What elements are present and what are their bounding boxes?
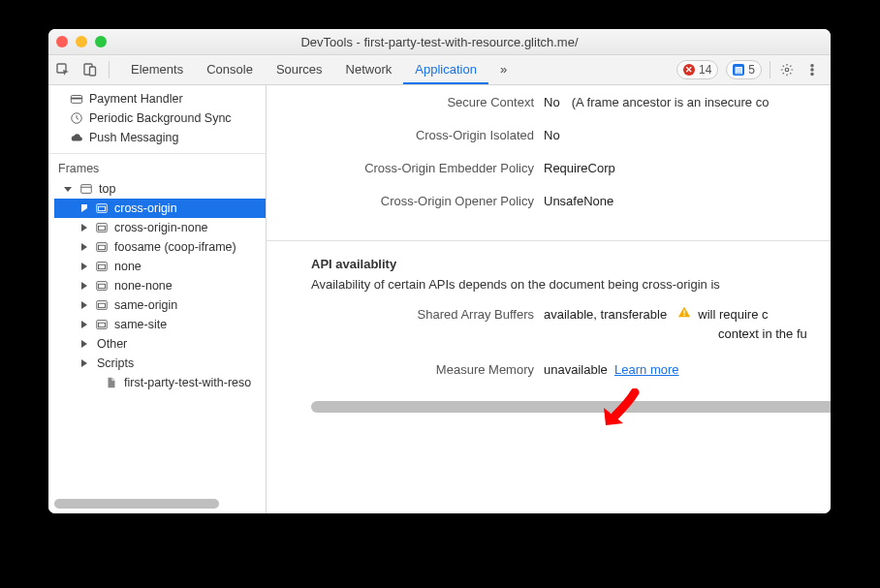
iframe-icon	[95, 318, 109, 331]
sidebar-item-periodic-sync[interactable]: Periodic Background Sync	[48, 108, 266, 128]
window-icon	[79, 182, 93, 196]
frame-details-panel: Secure Context No (A frame ancestor is a…	[267, 85, 831, 513]
label-coop: Cross-Origin Opener Policy	[282, 194, 544, 208]
value-sab: available, transferable	[544, 307, 667, 322]
tree-toggle-icon[interactable]	[81, 282, 87, 290]
frame-cross-origin[interactable]: cross-origin	[54, 199, 266, 218]
content-horizontal-scrollbar[interactable]	[311, 401, 819, 415]
iframe-icon	[95, 260, 109, 273]
message-count-chip[interactable]: ▤ 5	[726, 60, 762, 79]
document-icon	[105, 376, 118, 389]
toolbar: Elements Console Sources Network Applica…	[48, 55, 831, 85]
row-cross-origin-isolated: Cross-Origin Isolated No	[282, 128, 815, 161]
sidebar-item-push-messaging[interactable]: Push Messaging	[48, 128, 266, 147]
sidebar-item-label: Periodic Background Sync	[89, 111, 232, 125]
value-secure-context-note: (A frame ancestor is an insecure co	[572, 95, 770, 109]
label-coi: Cross-Origin Isolated	[282, 128, 544, 142]
frame-scripts[interactable]: Scripts	[54, 354, 266, 373]
frame-cross-origin-none[interactable]: cross-origin-none	[54, 218, 266, 237]
svg-rect-13	[99, 206, 106, 210]
tab-application[interactable]: Application	[403, 55, 488, 84]
learn-more-link[interactable]: Learn more	[614, 362, 678, 377]
tree-toggle-icon[interactable]	[81, 321, 87, 328]
frame-top[interactable]: top	[54, 179, 266, 199]
svg-rect-15	[99, 226, 106, 230]
tab-elements[interactable]: Elements	[119, 55, 195, 84]
device-toggle-icon[interactable]	[81, 61, 99, 78]
frames-tree: top cross-origin cross-origin-none	[48, 179, 266, 392]
scrollbar-thumb[interactable]	[54, 499, 219, 509]
svg-point-5	[811, 69, 813, 71]
settings-gear-icon[interactable]	[778, 61, 796, 78]
frame-same-site[interactable]: same-site	[54, 315, 266, 334]
svg-rect-8	[71, 98, 81, 100]
frame-label: same-site	[114, 318, 167, 331]
panel-tabs: Elements Console Sources Network Applica…	[119, 55, 519, 84]
inspect-element-icon[interactable]	[54, 61, 72, 78]
clock-icon	[70, 111, 83, 125]
devtools-window: DevTools - first-party-test-with-resourc…	[48, 29, 831, 513]
frame-label: Scripts	[97, 356, 134, 370]
frame-none-none[interactable]: none-none	[54, 276, 266, 295]
tree-toggle-icon[interactable]	[81, 224, 87, 232]
frame-label: none	[114, 260, 141, 273]
value-coop: UnsafeNone	[544, 194, 613, 208]
tab-overflow-icon[interactable]: »	[488, 55, 519, 84]
maximize-window-button[interactable]	[95, 36, 107, 47]
value-coi: No	[544, 128, 560, 142]
tab-network[interactable]: Network	[334, 55, 404, 84]
frame-same-origin[interactable]: same-origin	[54, 295, 266, 315]
svg-rect-27	[683, 315, 684, 316]
frame-foosame[interactable]: foosame (coop-iframe)	[54, 237, 266, 257]
tree-toggle-icon[interactable]	[81, 359, 87, 367]
iframe-icon	[95, 279, 109, 293]
sidebar-item-payment-handler[interactable]: Payment Handler	[48, 89, 266, 108]
frame-label: foosame (coop-iframe)	[114, 240, 236, 254]
frame-document[interactable]: first-party-test-with-reso	[54, 373, 266, 392]
row-coep: Cross-Origin Embedder Policy RequireCorp	[282, 161, 815, 194]
api-availability-heading: API availablity	[267, 241, 831, 277]
label-measure-memory: Measure Memory	[282, 360, 544, 377]
svg-point-4	[811, 64, 813, 66]
frame-label: Other	[97, 337, 127, 351]
svg-rect-19	[99, 264, 106, 268]
value-coep: RequireCorp	[544, 161, 615, 175]
sidebar-horizontal-scrollbar[interactable]	[54, 498, 260, 510]
api-availability-description: Availability of certain APIs depends on …	[267, 277, 831, 305]
frame-label: cross-origin	[114, 201, 177, 215]
scrollbar-thumb[interactable]	[311, 401, 831, 413]
tab-sources[interactable]: Sources	[265, 55, 334, 84]
tree-toggle-icon[interactable]	[81, 263, 87, 270]
sidebar-item-label: Push Messaging	[89, 131, 178, 144]
error-count-chip[interactable]: ✕ 14	[676, 60, 718, 79]
tree-toggle-icon[interactable]	[81, 204, 87, 212]
tree-toggle-icon[interactable]	[64, 187, 72, 192]
svg-rect-23	[99, 303, 106, 307]
tree-toggle-icon[interactable]	[81, 301, 87, 309]
close-window-button[interactable]	[56, 36, 68, 47]
application-sidebar: Payment Handler Periodic Background Sync…	[48, 85, 267, 513]
minimize-window-button[interactable]	[76, 36, 87, 47]
warning-icon	[677, 307, 695, 322]
frame-label: top	[99, 182, 115, 196]
frame-label: none-none	[114, 279, 173, 293]
message-count: 5	[748, 63, 755, 77]
iframe-icon	[95, 240, 109, 254]
frame-label: first-party-test-with-reso	[124, 376, 251, 389]
frame-other[interactable]: Other	[54, 334, 266, 354]
tree-toggle-icon[interactable]	[81, 340, 87, 348]
iframe-icon	[95, 221, 109, 234]
message-icon: ▤	[733, 64, 744, 76]
svg-rect-10	[81, 185, 92, 194]
more-options-icon[interactable]	[803, 61, 821, 78]
tree-toggle-icon[interactable]	[81, 243, 87, 251]
frame-none[interactable]: none	[54, 257, 266, 276]
tab-console[interactable]: Console	[195, 55, 265, 84]
iframe-icon	[95, 298, 109, 312]
toolbar-separator	[770, 61, 770, 78]
svg-point-3	[785, 68, 789, 72]
sidebar-item-label: Payment Handler	[89, 92, 183, 106]
cloud-icon	[70, 131, 83, 144]
error-count: 14	[699, 63, 711, 77]
window-title: DevTools - first-party-test-with-resourc…	[48, 35, 831, 49]
